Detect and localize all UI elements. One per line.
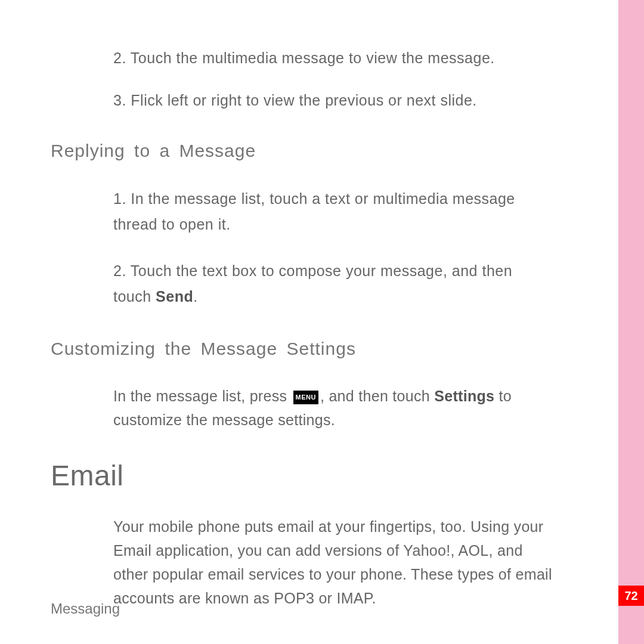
intro-step-2: 2. Touch the multimedia message to view … <box>51 48 555 69</box>
step-number: 2. <box>113 262 126 279</box>
step-text: Touch the multimedia message to view the… <box>131 49 495 66</box>
body-before: In the message list, press <box>113 388 292 404</box>
footer-chapter: Messaging <box>51 600 120 617</box>
step-number: 3. <box>113 92 126 109</box>
step-text: In the message list, touch a text or mul… <box>113 190 515 233</box>
customizing-body: In the message list, press MENU, and the… <box>51 384 555 432</box>
step-number: 1. <box>113 190 126 207</box>
customizing-heading: Customizing the Message Settings <box>51 339 555 359</box>
page-number: 72 <box>618 586 644 606</box>
menu-icon: MENU <box>293 391 318 404</box>
replying-heading: Replying to a Message <box>51 141 555 161</box>
settings-label: Settings <box>434 388 494 404</box>
step-number: 2. <box>113 49 126 66</box>
email-heading: Email <box>51 459 555 492</box>
send-label: Send <box>156 288 193 305</box>
page-content: 2. Touch the multimedia message to view … <box>0 0 602 610</box>
email-body: Your mobile phone puts email at your fin… <box>51 515 555 610</box>
reply-step-2: 2. Touch the text box to compose your me… <box>51 258 555 309</box>
step-text-after: . <box>193 288 197 305</box>
step-text: Flick left or right to view the previous… <box>131 92 477 109</box>
reply-step-1: 1. In the message list, touch a text or … <box>51 186 555 237</box>
body-mid: , and then touch <box>320 388 434 404</box>
side-stripe <box>618 0 644 644</box>
intro-step-3: 3. Flick left or right to view the previ… <box>51 90 555 111</box>
